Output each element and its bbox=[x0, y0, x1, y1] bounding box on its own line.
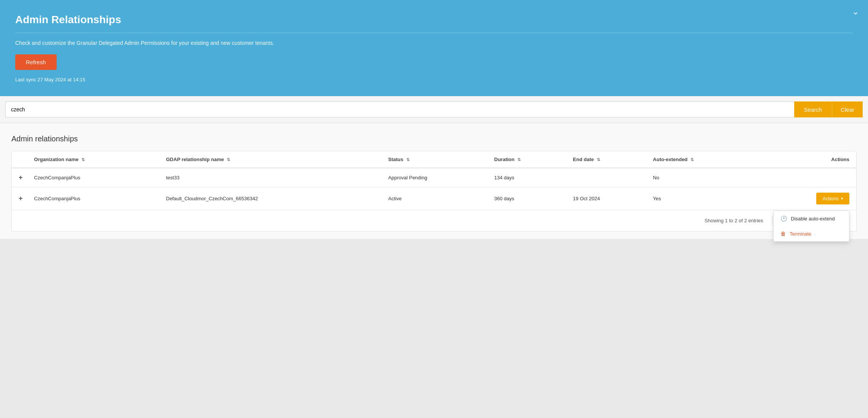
search-button[interactable]: Search bbox=[794, 101, 832, 117]
col-duration-label: Duration bbox=[494, 157, 514, 162]
sort-duration-icon: ⇅ bbox=[517, 157, 521, 162]
col-status[interactable]: Status ⇅ bbox=[384, 151, 490, 168]
gdap-name-cell-1: test33 bbox=[162, 168, 384, 187]
duration-cell-2: 360 days bbox=[490, 187, 568, 210]
sort-gdap-name-icon: ⇅ bbox=[227, 157, 230, 162]
terminate-label: Terminate bbox=[790, 231, 811, 237]
sort-org-name-icon: ⇅ bbox=[81, 157, 85, 162]
expand-button-1[interactable]: + bbox=[16, 174, 25, 182]
actions-dropdown-arrow: ▾ bbox=[841, 196, 843, 201]
actions-button-2[interactable]: Actions ▾ bbox=[816, 193, 849, 204]
terminate-icon: 🗑 bbox=[781, 231, 786, 237]
sort-auto-extended-icon: ⇅ bbox=[690, 157, 694, 162]
col-actions: Actions bbox=[758, 151, 856, 168]
end-date-cell-2: 19 Oct 2024 bbox=[568, 187, 648, 210]
collapse-icon[interactable]: ⌄ bbox=[852, 7, 859, 17]
table-header-row: Organization name ⇅ GDAP relationship na… bbox=[12, 151, 856, 168]
org-name-cell-1: CzechCompanjaPlus bbox=[30, 168, 162, 187]
clear-button[interactable]: Clear bbox=[832, 101, 863, 117]
showing-entries: Showing 1 to 2 of 2 entries bbox=[704, 218, 763, 223]
col-duration[interactable]: Duration ⇅ bbox=[490, 151, 568, 168]
sort-status-icon: ⇅ bbox=[406, 157, 410, 162]
col-gdap-name[interactable]: GDAP relationship name ⇅ bbox=[162, 151, 384, 168]
section-title: Admin relationships bbox=[11, 135, 857, 143]
col-expand bbox=[12, 151, 30, 168]
actions-cell-2: Actions ▾ 🕐 Disable auto-extend 🗑 Te bbox=[758, 187, 856, 210]
duration-cell-1: 134 days bbox=[490, 168, 568, 187]
col-end-date[interactable]: End date ⇅ bbox=[568, 151, 648, 168]
auto-extended-cell-1: No bbox=[649, 168, 759, 187]
table-row: + CzechCompanjaPlus Default_Cloudmor_Cze… bbox=[12, 187, 856, 210]
header-divider bbox=[15, 33, 853, 33]
disable-auto-extend-icon: 🕐 bbox=[781, 215, 787, 222]
end-date-cell-1 bbox=[568, 168, 648, 187]
actions-button-label: Actions bbox=[822, 196, 839, 201]
col-gdap-name-label: GDAP relationship name bbox=[166, 157, 224, 162]
disable-auto-extend-item[interactable]: 🕐 Disable auto-extend bbox=[774, 211, 849, 226]
gdap-name-cell-2: Default_Cloudmor_CzechCom_66536342 bbox=[162, 187, 384, 210]
org-name-cell-2: CzechCompanjaPlus bbox=[30, 187, 162, 210]
page-title: Admin Relationships bbox=[15, 14, 853, 26]
status-cell-1: Approval Pending bbox=[384, 168, 490, 187]
header-description: Check and customize the Granular Delegat… bbox=[15, 40, 853, 46]
expand-button-2[interactable]: + bbox=[16, 195, 25, 203]
table-row: + CzechCompanjaPlus test33 Approval Pend… bbox=[12, 168, 856, 187]
search-input[interactable] bbox=[5, 101, 794, 117]
col-org-name[interactable]: Organization name ⇅ bbox=[30, 151, 162, 168]
sort-end-date-icon: ⇅ bbox=[597, 157, 600, 162]
table-footer: Showing 1 to 2 of 2 entries « 1 » 10 row… bbox=[12, 210, 856, 231]
expand-cell-1: + bbox=[12, 168, 30, 187]
content-area: Admin relationships Organization name ⇅ … bbox=[0, 123, 868, 239]
refresh-button[interactable]: Refresh bbox=[15, 54, 57, 70]
col-status-label: Status bbox=[388, 157, 404, 162]
actions-dropdown-menu: 🕐 Disable auto-extend 🗑 Terminate bbox=[773, 211, 849, 242]
table-container: Organization name ⇅ GDAP relationship na… bbox=[11, 151, 857, 231]
admin-relationships-table: Organization name ⇅ GDAP relationship na… bbox=[12, 151, 856, 210]
last-sync-text: Last sync 27 May 2024 at 14:15 bbox=[15, 77, 853, 82]
col-actions-label: Actions bbox=[831, 157, 849, 162]
col-auto-extended-label: Auto-extended bbox=[653, 157, 688, 162]
col-auto-extended[interactable]: Auto-extended ⇅ bbox=[649, 151, 759, 168]
search-bar: Search Clear bbox=[0, 96, 868, 123]
col-org-name-label: Organization name bbox=[34, 157, 79, 162]
header-panel: Admin Relationships Check and customize … bbox=[0, 0, 868, 96]
col-end-date-label: End date bbox=[573, 157, 594, 162]
terminate-item[interactable]: 🗑 Terminate bbox=[774, 226, 849, 241]
disable-auto-extend-label: Disable auto-extend bbox=[791, 216, 835, 222]
status-cell-2: Active bbox=[384, 187, 490, 210]
actions-cell-1 bbox=[758, 168, 856, 187]
auto-extended-cell-2: Yes bbox=[649, 187, 759, 210]
expand-cell-2: + bbox=[12, 187, 30, 210]
